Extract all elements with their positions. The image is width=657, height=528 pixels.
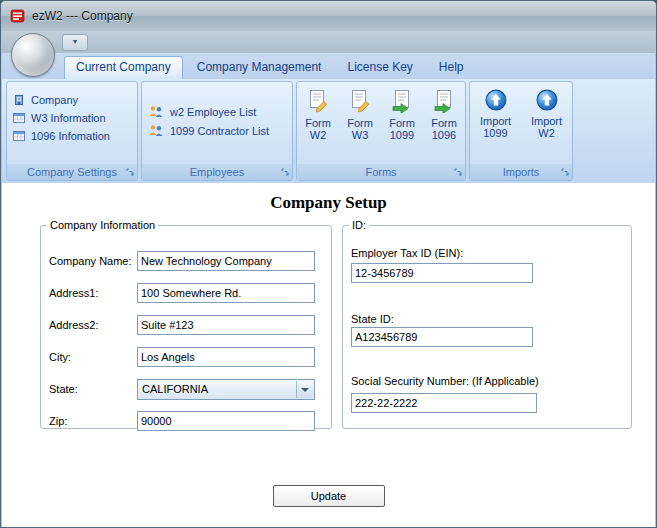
tab-license-key[interactable]: License Key bbox=[335, 56, 424, 79]
button-label-line1: Import bbox=[480, 115, 511, 127]
address1-input[interactable] bbox=[137, 283, 315, 303]
company-name-label: Company Name: bbox=[49, 251, 132, 271]
ribbon-group-employees: w2 Employee List 1099 Contractor List bbox=[141, 81, 293, 181]
tab-company-management[interactable]: Company Management bbox=[185, 56, 334, 79]
ein-label: Employer Tax ID (EIN): bbox=[351, 243, 463, 263]
id-group: ID: Employer Tax ID (EIN): State ID: Soc… bbox=[342, 219, 632, 429]
company-information-group: Company Information Company Name: Addres… bbox=[40, 219, 332, 429]
ein-input[interactable] bbox=[351, 263, 533, 283]
ribbon-group-imports: Import 1099 bbox=[469, 81, 573, 181]
window-title: ezW2 --- Company bbox=[32, 9, 133, 23]
ribbon-item-company[interactable]: Company bbox=[7, 91, 137, 109]
dialog-launcher-icon[interactable] bbox=[280, 167, 290, 177]
ssn-label: Social Security Number: (If Applicable) bbox=[351, 371, 539, 391]
ribbon-button-import-w2[interactable]: Import W2 bbox=[521, 82, 572, 164]
form-1099-icon bbox=[390, 89, 414, 113]
app-icon bbox=[10, 8, 26, 24]
import-w2-icon bbox=[536, 89, 558, 111]
city-label: City: bbox=[49, 347, 71, 367]
button-label-line2: 1099 bbox=[483, 127, 507, 139]
title-bar: ezW2 --- Company bbox=[1, 1, 656, 31]
ribbon-group-forms: Form W2 Form W3 bbox=[296, 81, 466, 181]
ribbon-button-form-1096[interactable]: Form 1096 bbox=[423, 82, 465, 164]
ribbon-button-form-w2[interactable]: Form W2 bbox=[297, 82, 339, 164]
ribbon-group-company-settings: Company W3 Information bbox=[6, 81, 138, 181]
ribbon-item-label: 1096 Infomation bbox=[31, 130, 110, 142]
tab-current-company[interactable]: Current Company bbox=[64, 56, 183, 79]
button-label-line1: Form bbox=[305, 117, 331, 129]
state-id-input[interactable] bbox=[351, 327, 533, 347]
button-label-line2: W2 bbox=[310, 129, 327, 141]
dialog-launcher-icon[interactable] bbox=[453, 167, 463, 177]
state-select[interactable]: CALIFORNIA bbox=[137, 379, 315, 400]
city-input[interactable] bbox=[137, 347, 315, 367]
import-1099-icon bbox=[485, 89, 507, 111]
button-label-line2: 1096 bbox=[432, 129, 456, 141]
ribbon-item-label: W3 Information bbox=[31, 112, 106, 124]
id-legend: ID: bbox=[349, 219, 369, 231]
group-label-text: Imports bbox=[503, 166, 540, 178]
group-label-employees: Employees bbox=[142, 164, 292, 180]
zip-label: Zip: bbox=[49, 411, 67, 431]
company-name-input[interactable] bbox=[137, 251, 315, 271]
update-button[interactable]: Update bbox=[273, 485, 385, 507]
contractor-list-icon bbox=[148, 124, 164, 137]
w3-information-icon bbox=[13, 112, 25, 124]
info-1096-icon bbox=[13, 130, 25, 142]
company-information-legend: Company Information bbox=[47, 219, 158, 231]
group-label-imports: Imports bbox=[470, 164, 572, 180]
button-label-line2: W2 bbox=[538, 127, 555, 139]
w2-employee-list-icon bbox=[148, 105, 164, 118]
app-window: ezW2 --- Company ▾ Current Company Compa… bbox=[0, 0, 657, 528]
page-title: Company Setup bbox=[2, 193, 655, 213]
qat-dropdown-icon[interactable]: ▾ bbox=[62, 34, 88, 51]
button-label-line1: Import bbox=[531, 115, 562, 127]
ribbon-item-label: 1099 Contractor List bbox=[170, 125, 269, 137]
ribbon-item-label: w2 Employee List bbox=[170, 106, 256, 118]
application-menu-button[interactable] bbox=[11, 33, 55, 77]
tab-help[interactable]: Help bbox=[427, 56, 476, 79]
state-label: State: bbox=[49, 379, 78, 399]
ribbon-item-label: Company bbox=[31, 94, 78, 106]
ribbon-button-form-1099[interactable]: Form 1099 bbox=[381, 82, 423, 164]
state-dropdown-icon[interactable] bbox=[296, 381, 313, 398]
company-setup-panel: Company Setup Company Information Compan… bbox=[2, 183, 655, 527]
zip-input[interactable] bbox=[137, 411, 315, 431]
group-label-text: Company Settings bbox=[27, 166, 117, 178]
dialog-launcher-icon[interactable] bbox=[560, 167, 570, 177]
group-label-company-settings: Company Settings bbox=[7, 164, 137, 180]
ribbon-item-1096-information[interactable]: 1096 Infomation bbox=[7, 127, 137, 145]
address2-input[interactable] bbox=[137, 315, 315, 335]
address2-label: Address2: bbox=[49, 315, 99, 335]
state-select-value: CALIFORNIA bbox=[142, 380, 208, 399]
ribbon-button-form-w3[interactable]: Form W3 bbox=[339, 82, 381, 164]
ribbon-item-w3-information[interactable]: W3 Information bbox=[7, 109, 137, 127]
ribbon-tab-strip: Current Company Company Management Licen… bbox=[2, 53, 655, 79]
address1-label: Address1: bbox=[49, 283, 99, 303]
group-label-text: Employees bbox=[190, 166, 244, 178]
button-label-line2: W3 bbox=[352, 129, 369, 141]
button-label-line1: Form bbox=[431, 117, 457, 129]
ssn-input[interactable] bbox=[351, 393, 537, 413]
dialog-launcher-icon[interactable] bbox=[125, 167, 135, 177]
company-icon bbox=[13, 94, 25, 106]
ribbon: Company W3 Information bbox=[2, 79, 655, 183]
form-1096-icon bbox=[432, 89, 456, 113]
button-label-line2: 1099 bbox=[390, 129, 414, 141]
ribbon-button-import-1099[interactable]: Import 1099 bbox=[470, 82, 521, 164]
button-label-line1: Form bbox=[389, 117, 415, 129]
form-w2-icon bbox=[306, 89, 330, 113]
group-label-forms: Forms bbox=[297, 164, 465, 180]
button-label-line1: Form bbox=[347, 117, 373, 129]
ribbon-item-1099-contractor-list[interactable]: 1099 Contractor List bbox=[142, 121, 292, 140]
group-label-text: Forms bbox=[365, 166, 396, 178]
state-id-label: State ID: bbox=[351, 309, 394, 329]
ribbon-item-w2-employee-list[interactable]: w2 Employee List bbox=[142, 102, 292, 121]
form-w3-icon bbox=[348, 89, 372, 113]
quick-access-toolbar: ▾ bbox=[2, 31, 655, 53]
